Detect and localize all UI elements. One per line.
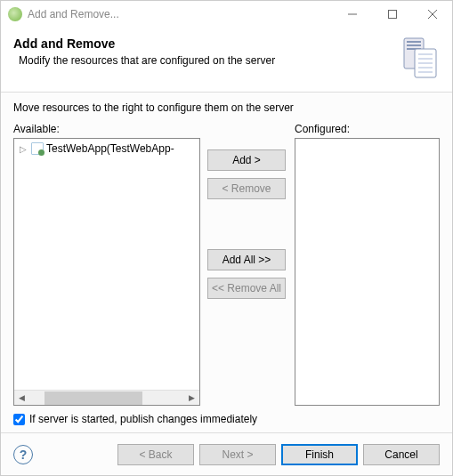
remove-button[interactable]: < Remove [207,178,286,199]
minimize-button[interactable] [332,1,372,28]
maximize-button[interactable] [372,1,412,28]
titlebar: Add and Remove... [1,1,452,28]
configured-label: Configured: [295,123,440,135]
add-button[interactable]: Add > [207,149,286,171]
back-button[interactable]: < Back [117,444,194,465]
next-button[interactable]: Next > [199,444,276,465]
button-bar: ? < Back Next > Finish Cancel [1,432,452,475]
page-title: Add and Remove [13,36,388,51]
close-button[interactable] [412,1,452,28]
instruction-text: Move resources to the right to configure… [13,101,440,114]
available-list[interactable]: ▷ TestWebApp(TestWebApp- ◀ ▶ [13,138,200,406]
help-icon[interactable]: ? [13,445,33,464]
svg-rect-1 [388,11,396,19]
remove-all-button[interactable]: << Remove All [207,278,286,299]
window-title: Add and Remove... [28,8,332,20]
finish-button[interactable]: Finish [281,444,358,465]
scroll-left-icon[interactable]: ◀ [14,393,29,402]
svg-rect-5 [407,41,421,43]
cancel-button[interactable]: Cancel [363,444,440,465]
server-icon [397,36,440,79]
publish-checkbox-label[interactable]: If server is started, publish changes im… [29,413,257,425]
item-label: TestWebApp(TestWebApp- [46,142,174,155]
content-area: Move resources to the right to configure… [1,93,452,432]
publish-checkbox[interactable] [13,414,25,425]
scroll-thumb[interactable] [44,391,142,405]
expand-icon[interactable]: ▷ [20,144,30,154]
configured-list[interactable] [295,138,440,406]
svg-rect-6 [407,44,421,46]
page-subtitle: Modify the resources that are configured… [13,54,388,67]
app-icon [8,7,22,21]
header-banner: Add and Remove Modify the resources that… [1,28,452,93]
available-label: Available: [13,123,200,135]
list-item[interactable]: ▷ TestWebApp(TestWebApp- [16,141,198,157]
horizontal-scrollbar[interactable]: ◀ ▶ [14,390,199,405]
window-controls [332,1,452,28]
add-all-button[interactable]: Add All >> [207,249,286,270]
scroll-right-icon[interactable]: ▶ [184,393,199,402]
webapp-icon [30,141,44,156]
publish-checkbox-row: If server is started, publish changes im… [13,413,440,425]
